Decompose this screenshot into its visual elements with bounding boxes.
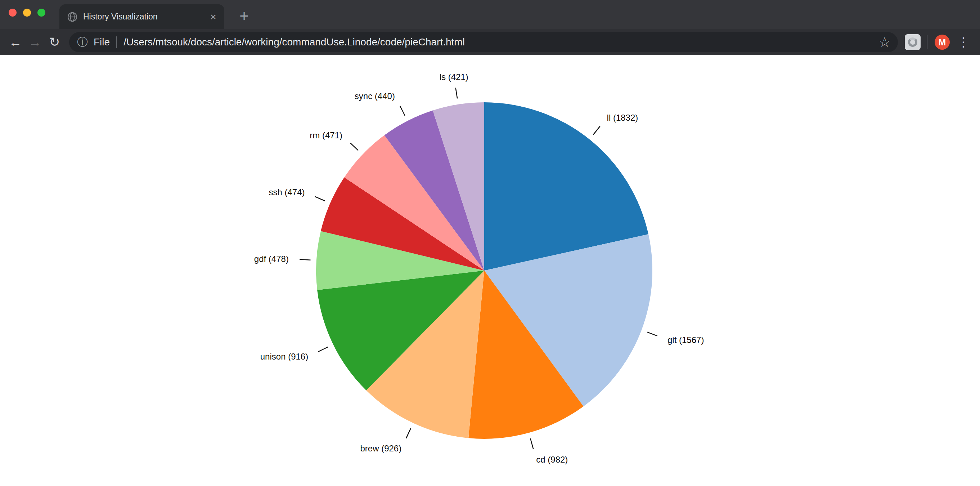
pie-label-ls: ls (421) [440,72,468,82]
tab-close-icon[interactable]: × [208,11,218,23]
pie-label-tick-cd [530,438,533,449]
browser-toolbar: ← → ↻ ⓘ File /Users/mtsouk/docs/article/… [0,29,980,55]
pie-label-tick-sync [400,106,405,116]
minimize-window-button[interactable] [23,9,31,17]
pie-label-tick-unison [318,347,328,352]
reload-icon[interactable]: ↻ [45,32,64,52]
pie-label-tick-ls [456,88,458,99]
pie-label-tick-git [647,332,657,336]
extension-icon [905,34,921,50]
forward-icon[interactable]: → [25,32,45,52]
pie-label-cd: cd (982) [536,455,568,464]
url-divider [116,37,117,48]
pie-chart: ll (1832)git (1567)cd (982)brew (926)uni… [0,55,980,486]
url-scheme-label: File [94,37,110,48]
active-tab[interactable]: History Visualization × [59,4,224,29]
address-bar[interactable]: ⓘ File /Users/mtsouk/docs/article/workin… [69,32,898,52]
pie-label-tick-gdf [299,260,310,260]
extension-button[interactable] [903,32,923,52]
toolbar-separator [927,35,928,49]
tab-strip: History Visualization × + [0,0,980,29]
pie-label-tick-ll [593,126,600,135]
pie-label-tick-brew [406,429,411,438]
pie-label-brew: brew (926) [360,443,401,453]
url-text[interactable]: /Users/mtsouk/docs/article/working/comma… [124,37,875,48]
browser-menu-icon[interactable]: ⋮ [953,35,974,50]
close-window-button[interactable] [9,9,17,17]
pie-label-tick-ssh [315,196,325,201]
pie-label-ssh: ssh (474) [269,187,305,197]
bookmark-star-icon[interactable]: ☆ [875,34,894,50]
globe-icon [67,12,77,22]
pie-label-gdf: gdf (478) [254,254,289,264]
pie-label-rm: rm (471) [310,131,342,140]
maximize-window-button[interactable] [37,9,45,17]
page-content: ll (1832)git (1567)cd (982)brew (926)uni… [0,55,980,486]
new-tab-button[interactable]: + [233,5,255,27]
info-icon[interactable]: ⓘ [77,35,88,50]
pie-label-unison: unison (916) [260,352,308,361]
back-icon[interactable]: ← [6,32,25,52]
tab-title: History Visualization [83,12,208,22]
pie-label-tick-rm [350,143,358,151]
pie-label-git: git (1567) [668,335,704,345]
pie-label-sync: sync (440) [355,91,395,101]
pie-label-ll: ll (1832) [607,113,638,123]
window-controls [9,9,45,17]
browser-window: History Visualization × + ← → ↻ ⓘ File /… [0,0,980,486]
profile-avatar[interactable]: M [935,35,950,50]
